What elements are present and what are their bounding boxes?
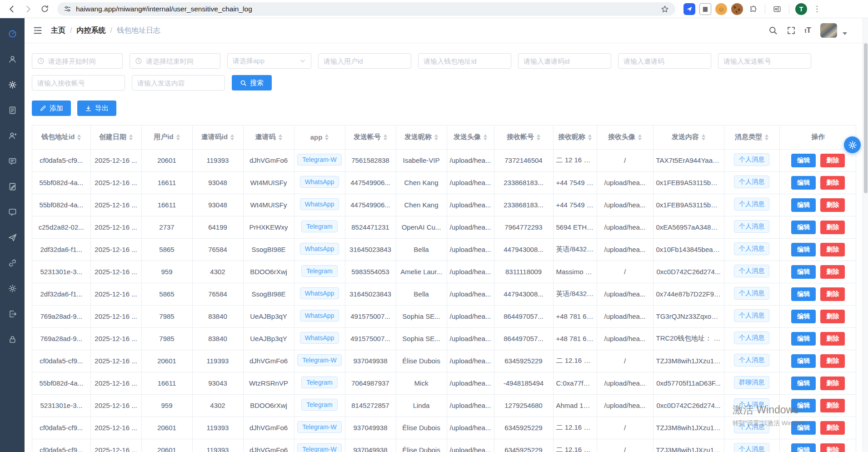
column-header[interactable]: 邀请码id (192, 126, 243, 149)
column-header[interactable]: 邀请码 (243, 126, 294, 149)
edit-button[interactable]: 编辑 (791, 287, 816, 301)
sort-carets-icon[interactable] (588, 134, 592, 141)
breadcrumb-item[interactable]: 内控系统 (76, 26, 105, 35)
search-icon[interactable] (768, 26, 778, 35)
recv-account-input[interactable] (37, 79, 120, 87)
edit-button[interactable]: 编辑 (791, 399, 816, 412)
extension-emoji-icon[interactable]: ☺ (715, 3, 727, 15)
table-settings-fab[interactable] (844, 136, 861, 153)
lock-icon[interactable] (0, 326, 25, 352)
user-id-input[interactable] (324, 57, 406, 65)
delete-button[interactable]: 删除 (820, 354, 845, 368)
side-panel-icon[interactable] (771, 3, 783, 15)
edit-button[interactable]: 编辑 (791, 243, 816, 256)
column-header[interactable]: 消息类型 (724, 126, 779, 149)
column-header[interactable]: 发送内容 (653, 126, 724, 149)
column-header[interactable]: 接收帐号 (494, 126, 553, 149)
column-header[interactable]: 发送帐号 (345, 126, 396, 149)
edit-doc-icon[interactable] (0, 174, 25, 199)
column-header[interactable]: 用户id (141, 126, 192, 149)
sort-carets-icon[interactable] (765, 134, 768, 141)
delete-button[interactable]: 删除 (820, 243, 845, 256)
fullscreen-icon[interactable] (787, 26, 796, 35)
bookmark-star-icon[interactable] (661, 5, 669, 13)
delete-button[interactable]: 删除 (820, 310, 845, 323)
gear-icon[interactable] (0, 72, 25, 97)
wallet-id-input[interactable] (424, 57, 506, 65)
search-button[interactable]: 搜索 (232, 75, 272, 90)
font-size-icon[interactable]: tT (805, 26, 811, 35)
user-icon[interactable] (0, 46, 25, 72)
send-account-input[interactable] (723, 57, 806, 65)
end-time-input[interactable] (146, 57, 215, 65)
sort-carets-icon[interactable] (638, 134, 642, 141)
edit-button[interactable]: 编辑 (791, 421, 816, 435)
edit-button[interactable]: 编辑 (791, 377, 816, 390)
user-id-field[interactable] (318, 53, 411, 69)
extension-blue-icon[interactable] (683, 3, 695, 15)
order-list-icon[interactable] (0, 97, 25, 123)
edit-button[interactable]: 编辑 (791, 310, 816, 323)
edit-button[interactable]: 编辑 (791, 332, 816, 346)
delete-button[interactable]: 删除 (820, 377, 845, 390)
send-content-field[interactable] (132, 75, 225, 90)
extension-cookie-icon[interactable] (731, 3, 743, 15)
breadcrumb-item[interactable]: 主页 (51, 26, 65, 35)
delete-button[interactable]: 删除 (820, 421, 845, 435)
edit-button[interactable]: 编辑 (791, 154, 816, 167)
delete-button[interactable]: 删除 (820, 443, 845, 452)
page-scrollbar[interactable] (863, 18, 868, 452)
delete-button[interactable]: 删除 (820, 176, 845, 190)
collapse-menu-icon[interactable] (33, 25, 43, 35)
edit-button[interactable]: 编辑 (791, 198, 816, 212)
sort-carets-icon[interactable] (129, 134, 133, 141)
link-icon[interactable] (0, 250, 25, 276)
edit-button[interactable]: 编辑 (791, 443, 816, 452)
start-time-input[interactable] (48, 57, 117, 65)
delete-button[interactable]: 删除 (820, 221, 845, 234)
recv-account-field[interactable] (32, 75, 125, 90)
edit-button[interactable]: 编辑 (791, 221, 816, 234)
dashboard-icon[interactable] (0, 21, 25, 46)
back-icon[interactable] (5, 2, 19, 16)
sort-carets-icon[interactable] (384, 134, 387, 141)
edit-button[interactable]: 编辑 (791, 265, 816, 279)
invite-id-input[interactable] (524, 57, 606, 65)
url-text[interactable]: haiwang.app/miwang#/internal/user_sensit… (76, 5, 656, 13)
app-select[interactable]: 请选择app (227, 53, 311, 69)
edit-button[interactable]: 编辑 (791, 176, 816, 190)
export-button[interactable]: 导出 (77, 100, 116, 116)
sort-carets-icon[interactable] (702, 134, 705, 141)
sort-carets-icon[interactable] (484, 134, 487, 141)
browser-menu-icon[interactable]: ⋮ (811, 4, 823, 14)
browser-profile-avatar[interactable]: T (795, 3, 807, 15)
send-icon[interactable] (0, 225, 25, 250)
column-header[interactable]: app (294, 126, 345, 149)
extensions-puzzle-icon[interactable] (747, 3, 759, 15)
delete-button[interactable]: 删除 (820, 399, 845, 412)
send-account-field[interactable] (718, 53, 811, 69)
user-avatar[interactable] (820, 23, 837, 38)
column-header[interactable]: 接收昵称 (553, 126, 597, 149)
site-settings-icon[interactable] (64, 5, 71, 13)
end-time-picker[interactable] (130, 53, 220, 69)
column-header[interactable]: 钱包地址id (32, 126, 90, 149)
wallet-id-field[interactable] (418, 53, 511, 69)
column-header[interactable]: 接收头像 (597, 126, 653, 149)
sort-carets-icon[interactable] (176, 134, 180, 141)
sort-carets-icon[interactable] (537, 134, 540, 141)
scrollbar-thumb[interactable] (864, 43, 868, 193)
exit-icon[interactable] (0, 301, 25, 326)
invite-id-field[interactable] (518, 53, 611, 69)
extension-qr-icon[interactable]: ▦ (699, 3, 711, 15)
sort-carets-icon[interactable] (434, 134, 438, 141)
chat-icon[interactable] (0, 199, 25, 225)
delete-button[interactable]: 删除 (820, 154, 845, 167)
comment-icon[interactable] (0, 148, 25, 174)
delete-button[interactable]: 删除 (820, 332, 845, 346)
column-header[interactable]: 创建日期 (90, 126, 141, 149)
delete-button[interactable]: 删除 (820, 287, 845, 301)
send-content-input[interactable] (137, 79, 219, 87)
sort-carets-icon[interactable] (230, 134, 234, 141)
user-manage-icon[interactable] (0, 123, 25, 148)
